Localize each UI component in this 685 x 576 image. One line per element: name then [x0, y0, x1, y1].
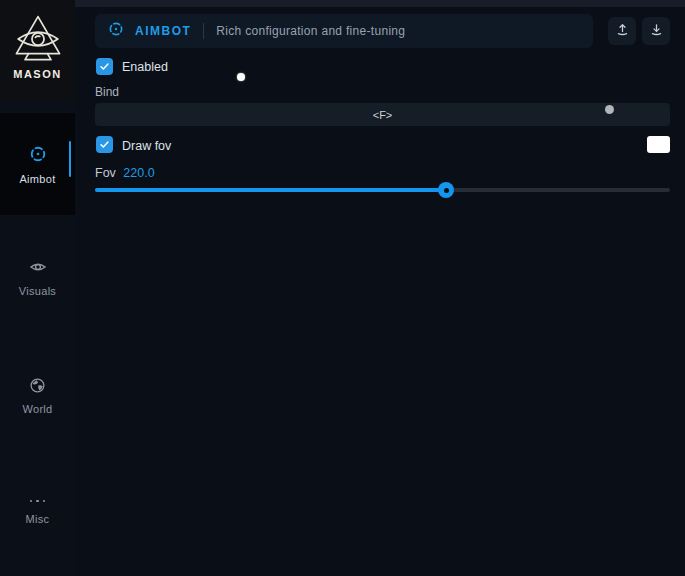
cursor-dot	[237, 73, 245, 81]
sidebar-item-misc[interactable]: Misc	[0, 494, 75, 525]
page-header: AIMBOT Rich configuration and fine-tunin…	[95, 14, 593, 48]
download-icon	[649, 22, 664, 41]
draw-fov-checkbox[interactable]	[96, 136, 113, 153]
fov-color-swatch[interactable]	[647, 136, 670, 153]
upload-config-button[interactable]	[608, 17, 636, 45]
eye-icon	[29, 258, 47, 280]
globe-icon	[29, 377, 46, 398]
sidebar: MASON Aimbot Visuals	[0, 0, 75, 576]
page-subtitle: Rich configuration and fine-tuning	[216, 24, 405, 38]
top-strip	[75, 0, 685, 7]
active-indicator	[69, 141, 71, 177]
check-icon	[99, 136, 110, 154]
page-title: AIMBOT	[135, 24, 191, 38]
mason-window: MASON Aimbot Visuals	[0, 0, 685, 576]
slider-fill	[95, 188, 446, 192]
sidebar-item-label: World	[22, 403, 52, 415]
fov-label: Fov 220.0	[95, 166, 155, 180]
fov-value: 220.0	[123, 166, 154, 180]
upload-icon	[615, 22, 630, 41]
draw-fov-label: Draw fov	[122, 139, 171, 153]
header-divider	[203, 23, 204, 39]
check-icon	[99, 58, 110, 76]
enabled-checkbox[interactable]	[96, 58, 113, 75]
sidebar-item-label: Visuals	[19, 285, 56, 297]
ellipsis-icon	[30, 494, 46, 508]
pyramid-eye-logo-icon	[10, 14, 66, 64]
main-panel: AIMBOT Rich configuration and fine-tunin…	[75, 0, 685, 576]
cursor-dot	[605, 105, 614, 114]
bind-label: Bind	[95, 85, 119, 99]
sidebar-item-world[interactable]: World	[0, 377, 75, 415]
logo: MASON	[0, 0, 75, 100]
download-config-button[interactable]	[642, 17, 670, 45]
crosshair-icon	[107, 20, 125, 42]
sidebar-item-visuals[interactable]: Visuals	[0, 258, 75, 297]
fov-label-text: Fov	[95, 166, 116, 180]
enabled-label: Enabled	[122, 60, 168, 74]
fov-slider[interactable]	[95, 182, 670, 198]
sidebar-item-label: Aimbot	[19, 173, 55, 185]
slider-handle[interactable]	[438, 182, 454, 198]
crosshair-icon	[28, 144, 48, 168]
bind-input[interactable]: <F>	[95, 103, 670, 126]
sidebar-item-label: Misc	[26, 513, 50, 525]
logo-text: MASON	[13, 68, 61, 80]
sidebar-item-aimbot[interactable]: Aimbot	[0, 113, 75, 215]
